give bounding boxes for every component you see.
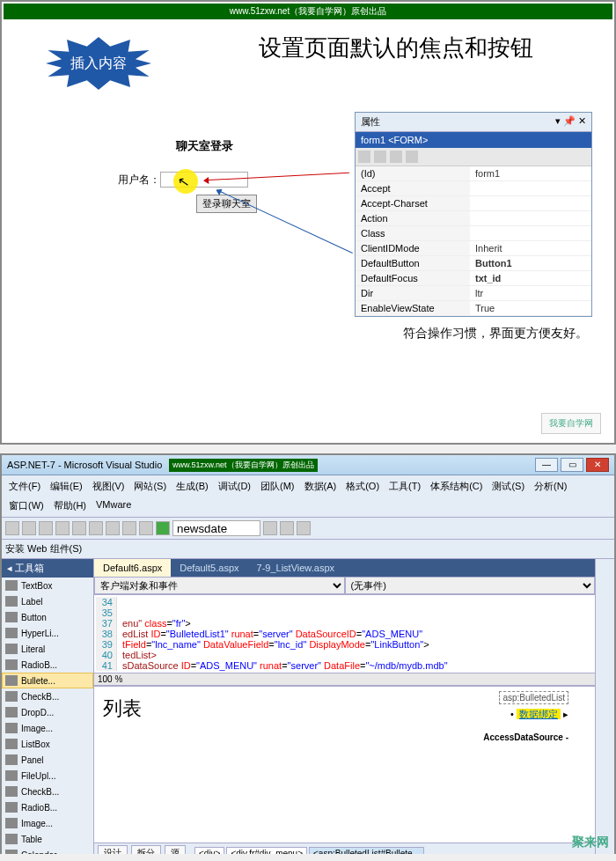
tool-icon <box>5 580 18 591</box>
menu-item[interactable]: 视图(V) <box>89 478 128 495</box>
event-dropdown[interactable]: (无事件) <box>345 577 596 594</box>
menu-item[interactable]: 窗口(W) <box>5 497 48 514</box>
property-row[interactable]: Dirltr <box>356 286 591 301</box>
find-input[interactable] <box>172 520 260 536</box>
breadcrumb-item[interactable]: <div> <box>194 847 224 855</box>
zoom-label[interactable]: 100 % <box>94 673 595 685</box>
undo-icon[interactable] <box>122 521 136 535</box>
starburst-badge: 插入内容 <box>46 37 151 90</box>
toolbox-item[interactable]: ListBox <box>2 736 93 752</box>
menu-item[interactable]: 文件(F) <box>5 478 44 495</box>
tool-icon <box>5 707 18 718</box>
menu-item[interactable]: 体系结构(C) <box>427 478 486 495</box>
pin-icon[interactable]: ▾ 📌 ✕ <box>555 115 586 129</box>
document-tab[interactable]: Default5.aspx <box>171 559 247 577</box>
slide-title: 设置页面默认的焦点和按钮 <box>200 33 592 63</box>
toolbox-item[interactable]: RadioB... <box>2 657 93 673</box>
designer-surface[interactable]: 列表 asp:BulletedList • 数据绑定 ▸ AccessDataS… <box>94 685 595 843</box>
properties-panel: 属性 ▾ 📌 ✕ form1 <FORM> (Id)form1AcceptAcc… <box>355 112 592 317</box>
tag-breadcrumb[interactable]: <div><div.fr#div_menu><asp:BulletedList#… <box>194 847 424 855</box>
tool-icon <box>5 818 18 828</box>
property-row[interactable]: ClientIDModeInherit <box>356 241 591 256</box>
code-editor[interactable]: 343537enu" class="fr">38edList ID="Bulle… <box>94 595 595 673</box>
toolbox-item[interactable]: HyperLi... <box>2 625 93 641</box>
menu-item[interactable]: 格式(O) <box>342 478 383 495</box>
property-row[interactable]: EnableViewStateTrue <box>356 301 591 316</box>
uncomment-icon[interactable] <box>297 521 311 535</box>
split-tab[interactable]: 拆分 <box>131 845 161 854</box>
save-icon[interactable] <box>39 521 53 535</box>
toolbox-item[interactable]: RadioB... <box>2 799 93 815</box>
breadcrumb-item[interactable]: <asp:BulletedList#Bullete... <box>309 847 424 855</box>
open-icon[interactable] <box>22 521 36 535</box>
document-tab[interactable]: 7-9_ListView.aspx <box>248 559 343 577</box>
tool-icon <box>5 754 18 765</box>
menu-bar[interactable]: 文件(F)编辑(E)视图(V)网站(S)生成(B)调试(D)团队(M)数据(A)… <box>2 475 614 518</box>
toolbox-item[interactable]: Image... <box>2 720 93 736</box>
property-row[interactable]: Class <box>356 226 591 241</box>
toolbox-item[interactable]: CheckB... <box>2 688 93 704</box>
toolbox-item[interactable]: Literal <box>2 641 93 657</box>
toolbox-item[interactable]: FileUpl... <box>2 768 93 784</box>
breadcrumb-item[interactable]: <div.fr#div_menu> <box>226 847 307 855</box>
slide-caption: 符合操作习惯，界面更方便友好。 <box>403 326 588 342</box>
toolbox-item[interactable]: DropD... <box>2 704 93 720</box>
minimize-button[interactable]: — <box>535 458 558 472</box>
categorize-icon[interactable] <box>358 151 370 163</box>
property-row[interactable]: Accept-Charset <box>356 196 591 211</box>
object-dropdown[interactable]: 客户端对象和事件 <box>94 577 345 594</box>
menu-item[interactable]: 分析(N) <box>531 478 570 495</box>
toolbox-item[interactable]: TextBox <box>2 578 93 593</box>
toolbox-item[interactable]: Table <box>2 831 93 847</box>
editor-area: Default6.aspxDefault5.aspx7-9_ListView.a… <box>94 559 595 854</box>
menu-item[interactable]: 工具(T) <box>385 478 424 495</box>
toolbox-item[interactable]: CheckB... <box>2 784 93 799</box>
toolbox-item[interactable]: Calendar <box>2 847 93 854</box>
menu-item[interactable]: 网站(S) <box>130 478 170 495</box>
install-web-label[interactable]: 安装 Web 组件(S) <box>5 542 82 556</box>
document-tabs[interactable]: Default6.aspxDefault5.aspx7-9_ListView.a… <box>94 559 595 577</box>
property-row[interactable]: Accept <box>356 181 591 196</box>
comment-icon[interactable] <box>280 521 294 535</box>
saveall-icon[interactable] <box>55 521 70 535</box>
cut-icon[interactable] <box>72 521 86 535</box>
property-row[interactable]: DefaultButtonButton1 <box>356 256 591 271</box>
menu-item[interactable]: 测试(S) <box>488 478 528 495</box>
tool-icon <box>5 834 18 844</box>
property-row[interactable]: DefaultFocustxt_id <box>356 271 591 286</box>
toolbox-item[interactable]: Button <box>2 609 93 625</box>
toolbox-item[interactable]: Image... <box>2 815 93 831</box>
properties-grid[interactable]: (Id)form1AcceptAccept-CharsetActionClass… <box>356 166 591 316</box>
source-tab[interactable]: 源 <box>165 845 186 854</box>
redo-icon[interactable] <box>139 521 153 535</box>
watermark-bar: www.51zxw.net（我要自学网）原创出品 <box>4 4 612 19</box>
menu-item[interactable]: 生成(B) <box>172 478 212 495</box>
config-icon[interactable] <box>263 521 277 535</box>
menu-item[interactable]: 数据(A) <box>301 478 341 495</box>
copy-icon[interactable] <box>89 521 103 535</box>
paste-icon[interactable] <box>106 521 120 535</box>
design-tab[interactable]: 设计 <box>98 845 128 854</box>
property-row[interactable]: Action <box>356 211 591 226</box>
maximize-button[interactable]: ▭ <box>561 458 583 472</box>
toolbox-item[interactable]: Panel <box>2 752 93 768</box>
new-icon[interactable] <box>5 521 19 535</box>
menu-item[interactable]: 调试(D) <box>215 478 254 495</box>
menu-item[interactable]: VMware <box>92 497 135 514</box>
props-icon[interactable] <box>390 151 402 163</box>
run-icon[interactable] <box>156 521 170 535</box>
property-row[interactable]: (Id)form1 <box>356 166 591 181</box>
menu-item[interactable]: 编辑(E) <box>47 478 86 495</box>
databind-link[interactable]: 数据绑定 <box>517 709 561 719</box>
properties-object-header[interactable]: form1 <FORM> <box>356 132 591 148</box>
az-sort-icon[interactable] <box>374 151 386 163</box>
menu-item[interactable]: 团队(M) <box>257 478 298 495</box>
menu-item[interactable]: 帮助(H) <box>50 497 90 514</box>
toolbox-item[interactable]: Label <box>2 593 93 609</box>
tool-icon <box>5 770 18 781</box>
document-tab[interactable]: Default6.aspx <box>94 559 171 577</box>
toolbox-item[interactable]: Bullete... <box>2 673 93 688</box>
close-button[interactable]: ✕ <box>586 458 609 472</box>
events-icon[interactable] <box>406 151 418 163</box>
control-tag[interactable]: asp:BulletedList <box>499 691 568 704</box>
